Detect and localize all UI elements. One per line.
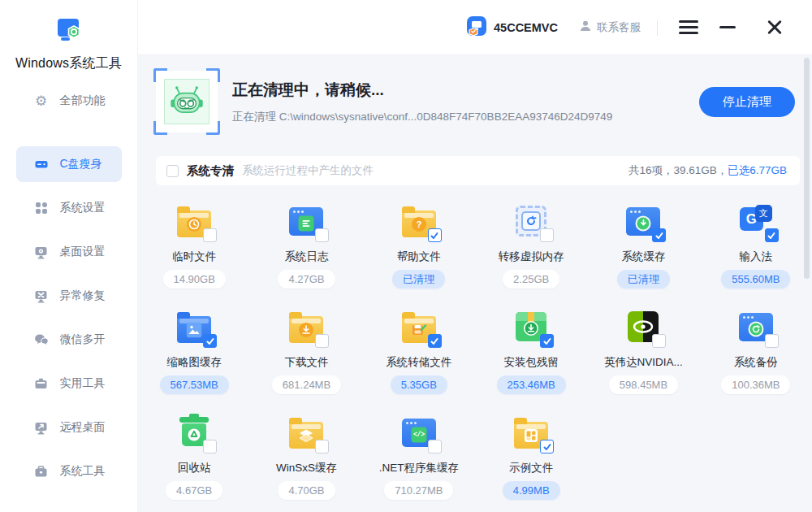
- minimize-icon: [719, 26, 736, 28]
- user-badge-icon: [466, 15, 487, 40]
- cleanup-item-help-files[interactable]: ? 帮助文件 已清理: [363, 203, 475, 309]
- item-size-badge: 2.25GB: [503, 270, 559, 289]
- item-checkbox[interactable]: [428, 334, 442, 348]
- item-checkbox[interactable]: [315, 228, 329, 242]
- item-checkbox[interactable]: [765, 334, 779, 348]
- app-logo-block: Windows系统工具: [0, 0, 137, 72]
- chat-bubbles-icon: [34, 332, 49, 347]
- sidebar-item-utilities[interactable]: 实用工具: [16, 366, 122, 401]
- item-label: WinSxS缓存: [276, 461, 337, 475]
- scrollbar-thumb[interactable]: [804, 58, 810, 279]
- grid-icon: [34, 201, 49, 215]
- sidebar-item-error-repair[interactable]: 异常修复: [16, 278, 122, 314]
- person-icon: [579, 20, 592, 35]
- topbar-divider: [657, 20, 658, 36]
- item-checkbox[interactable]: [652, 228, 666, 242]
- item-checkbox[interactable]: [203, 440, 217, 453]
- cleaning-header: 正在清理中，请稍候... 正在清理 C:\windows\sysnative\c…: [156, 70, 795, 133]
- sidebar-item-remote-desktop[interactable]: 远程桌面: [16, 410, 122, 445]
- sidebar-item-desktop-settings[interactable]: 桌面设置: [16, 234, 122, 270]
- item-label: 输入法: [740, 249, 773, 264]
- gear-icon: ⚙: [34, 93, 49, 108]
- item-label: 系统转储文件: [386, 355, 451, 370]
- sidebar-item-label: 微信多开: [60, 332, 106, 347]
- sidebar-item-system-settings[interactable]: 系统设置: [16, 190, 122, 226]
- item-checkbox[interactable]: [203, 334, 217, 348]
- stop-cleaning-button[interactable]: 停止清理: [699, 87, 795, 117]
- cleanup-item-sample-files[interactable]: 示例文件 4.99MB: [475, 414, 587, 512]
- item-checkbox[interactable]: [203, 228, 217, 242]
- item-size-badge: 555.60MB: [721, 270, 790, 289]
- summary-total: 共16项，39.61GB，: [628, 164, 728, 176]
- cleanup-item-dotnet-cache[interactable]: </> .NET程序集缓存 710.27MB: [363, 414, 475, 512]
- cleanup-item-thumbnail-cache[interactable]: 缩略图缓存 567.53MB: [138, 309, 250, 414]
- item-checkbox[interactable]: [540, 440, 554, 453]
- close-button[interactable]: [752, 15, 788, 41]
- section-checkbox[interactable]: [166, 165, 179, 177]
- user-account[interactable]: 45CCEMVC: [466, 15, 558, 40]
- item-checkbox[interactable]: [765, 228, 779, 242]
- cleanup-item-downloads[interactable]: 下载文件 681.24MB: [250, 309, 362, 414]
- cleanup-item-system-logs[interactable]: 系统日志 4.27GB: [250, 203, 362, 309]
- item-size-badge: 4.99MB: [503, 481, 560, 500]
- menu-button[interactable]: [674, 15, 703, 39]
- item-checkbox[interactable]: [428, 228, 442, 242]
- item-label: 示例文件: [509, 461, 553, 475]
- item-checkbox[interactable]: [315, 440, 329, 453]
- cleanup-items-grid: 临时文件 14.90GB 系统日志 4.27GB ? 帮助文: [138, 203, 812, 512]
- item-size-badge: 681.24MB: [272, 375, 341, 394]
- cleanup-item-temp-files[interactable]: 临时文件 14.90GB: [138, 203, 250, 309]
- cleanup-item-input-method[interactable]: G 文 输入法 555.60MB: [700, 203, 812, 309]
- item-size-badge: 253.46MB: [497, 375, 566, 394]
- sidebar-item-label: 桌面设置: [60, 245, 106, 259]
- item-size-badge: 4.67GB: [166, 481, 222, 500]
- sidebar-item-all-functions[interactable]: ⚙ 全部功能: [16, 83, 122, 119]
- item-label: 帮助文件: [397, 249, 441, 264]
- cleanup-item-winsxs-cache[interactable]: WinSxS缓存 4.70GB: [250, 414, 362, 512]
- item-checkbox[interactable]: [315, 334, 329, 348]
- cleaning-text-block: 正在清理中，请稍候... 正在清理 C:\windows\sysnative\c…: [232, 80, 612, 124]
- username: 45CCEMVC: [494, 21, 558, 34]
- contact-support-button[interactable]: 联系客服: [579, 20, 641, 35]
- cleanup-item-recycle-bin[interactable]: 回收站 4.67GB: [138, 414, 250, 512]
- cleanup-item-dump-files[interactable]: 系统转储文件 5.35GB: [363, 309, 475, 414]
- item-checkbox[interactable]: [540, 228, 554, 242]
- cleanup-item-installer-leftovers[interactable]: 安装包残留 253.46MB: [475, 309, 587, 414]
- item-label: 英伟达NVIDIA...: [604, 355, 683, 370]
- cleaning-title: 正在清理中，请稍候...: [232, 80, 612, 101]
- cleanup-item-system-backup[interactable]: 系统备份 100.36MB: [700, 309, 812, 414]
- topbar: 45CCEMVC 联系客服: [138, 0, 812, 55]
- close-icon: [767, 20, 783, 36]
- item-size-badge: 14.90GB: [163, 270, 226, 289]
- item-label: 回收站: [178, 461, 211, 475]
- contact-support-label: 联系客服: [597, 20, 641, 35]
- cleanup-item-virtual-memory[interactable]: 转移虚拟内存 2.25GB: [475, 203, 587, 309]
- cleanup-item-nvidia[interactable]: 英伟达NVIDIA... 598.45MB: [587, 309, 699, 414]
- section-title: 系统专清: [187, 163, 234, 179]
- item-label: 系统日志: [284, 249, 328, 264]
- section-description: 系统运行过程中产生的文件: [242, 163, 374, 178]
- sidebar-item-system-tools[interactable]: 系统工具: [16, 453, 122, 489]
- item-label: 转移虚拟内存: [499, 249, 564, 264]
- sidebar-item-wechat-multi[interactable]: 微信多开: [16, 322, 122, 358]
- remote-desktop-icon: [34, 420, 49, 435]
- item-size-badge: 710.27MB: [384, 481, 453, 500]
- summary-selected: 已选6.77GB: [728, 164, 787, 176]
- item-size-badge: 已清理: [617, 270, 670, 289]
- monitor-gear-icon: [34, 245, 49, 259]
- item-checkbox[interactable]: [652, 334, 666, 348]
- item-label: 临时文件: [172, 249, 216, 264]
- item-checkbox[interactable]: [428, 440, 442, 453]
- item-label: 系统缓存: [621, 249, 665, 264]
- cleanup-item-system-cache[interactable]: 系统缓存 已清理: [587, 203, 699, 309]
- sidebar-nav: ⚙ 全部功能 C盘瘦身 系统设置 桌面设置 异常修复: [0, 83, 137, 489]
- minimize-button[interactable]: [703, 21, 752, 33]
- svg-text:?: ?: [416, 219, 421, 229]
- item-size-badge: 已清理: [392, 270, 445, 289]
- sidebar-item-label: 系统设置: [60, 201, 106, 215]
- sidebar-item-c-drive-slim[interactable]: C盘瘦身: [16, 146, 122, 182]
- monitor-repair-icon: [34, 289, 49, 303]
- item-checkbox[interactable]: [540, 334, 554, 348]
- section-summary: 共16项，39.61GB，已选6.77GB: [628, 163, 787, 178]
- app-logo-icon: [54, 16, 84, 50]
